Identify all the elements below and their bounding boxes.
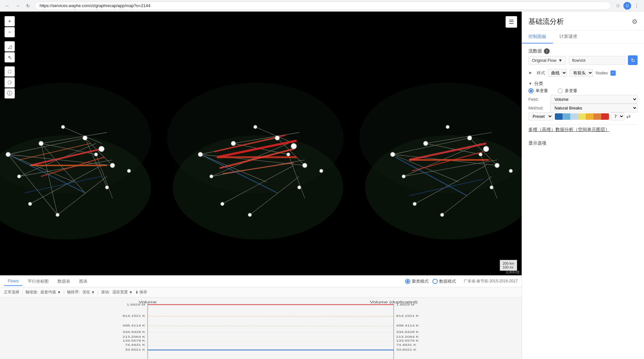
- svg-point-65: [303, 163, 307, 168]
- tab-flows[interactable]: Flows: [4, 277, 23, 286]
- expand-button[interactable]: ⇖: [5, 52, 15, 62]
- color-swatch-bar[interactable]: [555, 113, 609, 120]
- browser-actions: ☆ U ⋮: [614, 2, 640, 10]
- svg-point-32: [83, 136, 87, 140]
- bookmark-icon[interactable]: ☆: [614, 2, 621, 9]
- color-count-dropdown[interactable]: 7: [611, 112, 624, 120]
- map-canvas[interactable]: 200 km 100 mi 位和科技: [0, 12, 522, 275]
- arrow-dropdown[interactable]: 有前头: [570, 69, 593, 77]
- svg-point-36: [94, 153, 98, 156]
- tab-chart[interactable]: 图表: [75, 277, 91, 286]
- svg-point-60: [210, 175, 213, 178]
- display-options-label: 显示选项: [528, 138, 638, 148]
- svg-point-28: [39, 141, 43, 146]
- address-bar[interactable]: https://services.wayhe.com/zi/graphrecap…: [35, 2, 611, 10]
- svg-point-66: [298, 186, 301, 189]
- svg-point-87: [391, 152, 395, 157]
- univariate-option[interactable]: 单变量: [528, 88, 548, 94]
- reload-button[interactable]: ↻: [24, 2, 32, 9]
- svg-text:74.4931 K: 74.4931 K: [396, 343, 416, 346]
- settings-icon[interactable]: ⚙: [632, 18, 638, 25]
- field-row: Field: Volume: [528, 95, 638, 104]
- svg-point-30: [28, 202, 32, 205]
- svg-text:133.5579 K: 133.5579 K: [123, 339, 146, 342]
- category-header: ▼ 分类: [528, 81, 638, 87]
- field-label: Field:: [528, 97, 548, 102]
- cluster-mode-radio[interactable]: [405, 279, 410, 284]
- style-collapse-icon[interactable]: ►: [528, 70, 534, 76]
- method-dropdown[interactable]: Natural Breaks: [550, 104, 638, 112]
- univariate-radio[interactable]: [528, 88, 534, 93]
- method-row: Method: Natural Breaks: [528, 104, 638, 112]
- tab-parallel[interactable]: 平行坐标图: [24, 277, 52, 286]
- variable-radio-group: 单变量 多变量: [528, 87, 638, 95]
- multivariate-option[interactable]: 多变量: [558, 88, 577, 94]
- multivariate-analysis-link[interactable]: 多维（高维）数据分析（空间单元图层）: [528, 127, 610, 132]
- svg-point-27: [6, 152, 10, 157]
- svg-point-33: [99, 146, 104, 152]
- tab-calculation[interactable]: 计算请求: [553, 31, 584, 43]
- svg-text:33.6021 K: 33.6021 K: [125, 348, 145, 351]
- swatch-7: [601, 113, 609, 120]
- flow-data-info-icon[interactable]: i: [544, 48, 550, 54]
- refresh-button[interactable]: ↻: [628, 55, 638, 65]
- curve-dropdown[interactable]: 曲线: [548, 69, 567, 77]
- preset-row: Preset 7 ⇄: [528, 112, 638, 120]
- field-dropdown[interactable]: Volume: [550, 95, 638, 104]
- nodes-checkbox[interactable]: ✓: [611, 71, 616, 76]
- data-mode-radio[interactable]: [432, 279, 438, 284]
- style-row: ► 样式 曲线 有前头 Nodes ✓: [528, 69, 638, 77]
- region-label: 广东省-春节前-2015-2016-2017: [464, 279, 518, 284]
- svg-point-29: [17, 175, 21, 178]
- svg-text:33.6021 K: 33.6021 K: [396, 348, 416, 351]
- cluster-mode-label[interactable]: 聚类模式: [405, 279, 429, 284]
- info-button[interactable]: ⓘ: [5, 88, 15, 99]
- svg-point-35: [105, 186, 109, 189]
- svg-text:334.9428 K: 334.9428 K: [123, 330, 146, 333]
- category-collapse-icon[interactable]: ▼: [528, 81, 532, 86]
- svg-point-63: [275, 136, 279, 140]
- map-credit: 位和科技: [504, 269, 522, 275]
- preset-dropdown[interactable]: Preset: [528, 112, 553, 120]
- svg-point-95: [490, 186, 493, 189]
- save-button[interactable]: ⬇ 保存: [135, 289, 147, 295]
- svg-point-59: [231, 141, 236, 146]
- flow-value-display[interactable]: flowVol: [569, 56, 625, 65]
- svg-point-64: [291, 144, 297, 149]
- scroll-dropdown[interactable]: 适应宽度 ▼: [112, 289, 133, 295]
- scale-dropdown[interactable]: 嵌套均值 ▼: [41, 289, 61, 295]
- main-container: + − ◿ ⇖ □ ⚆ ⓘ ☰: [0, 12, 644, 359]
- zoom-out-button[interactable]: −: [5, 27, 15, 37]
- axis-sort-label: 轴排序:: [67, 289, 80, 295]
- fullscreen-button[interactable]: ◿: [5, 41, 15, 52]
- svg-point-98: [509, 169, 512, 173]
- forward-button[interactable]: →: [14, 2, 21, 9]
- layers-button[interactable]: ⚆: [5, 77, 15, 88]
- swatch-4: [578, 113, 586, 120]
- layer-stack-button[interactable]: ☰: [506, 16, 517, 28]
- svg-text:814.1521 K: 814.1521 K: [123, 314, 146, 317]
- user-avatar[interactable]: U: [623, 2, 631, 10]
- menu-icon[interactable]: ⋮: [633, 2, 640, 9]
- swatch-6: [593, 113, 601, 120]
- flow-type-dropdown[interactable]: Original Flow ▼: [528, 56, 566, 65]
- data-mode-label[interactable]: 数据模式: [432, 279, 456, 284]
- panel-tabs: 控制面板 计算请求: [522, 31, 644, 44]
- swap-colors-button[interactable]: ⇄: [626, 113, 630, 119]
- svg-point-62: [248, 213, 251, 216]
- square-button[interactable]: □: [5, 66, 15, 77]
- multivariate-radio[interactable]: [558, 88, 563, 93]
- tab-datatable[interactable]: 数据表: [54, 277, 74, 286]
- flow-data-section: 流数据 i Original Flow ▼ flowVol ↻: [528, 48, 638, 65]
- parallel-chart-svg: Volume Volume (duplicated) 1.6929 M 814.…: [0, 301, 522, 359]
- display-options-section: 显示选项: [528, 138, 638, 148]
- tab-control-panel[interactable]: 控制面板: [522, 31, 553, 43]
- back-button[interactable]: ←: [4, 2, 11, 9]
- selection-mode[interactable]: 正常选择: [4, 289, 19, 295]
- map-controls: + − ◿ ⇖ □ ⚆ ⓘ: [5, 16, 15, 99]
- svg-text:1.6929 M: 1.6929 M: [127, 303, 145, 306]
- scale-label: 轴缩放:: [25, 289, 38, 295]
- axis-sort-dropdown[interactable]: 优化 ▼: [82, 289, 95, 295]
- chart-area: Volume Volume (duplicated) 1.6929 M 814.…: [0, 298, 522, 359]
- zoom-in-button[interactable]: +: [5, 16, 15, 26]
